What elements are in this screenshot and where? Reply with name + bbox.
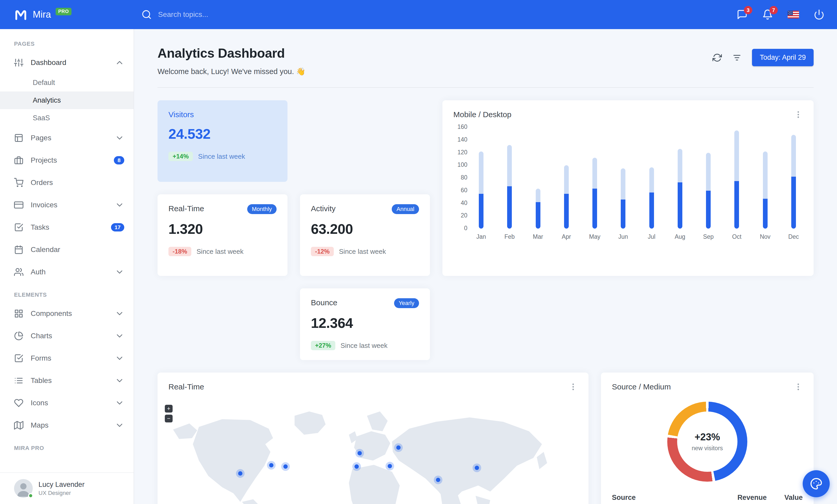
x-tick-label: Feb bbox=[504, 233, 515, 240]
map-marker-2[interactable] bbox=[267, 461, 275, 469]
map-marker-9[interactable] bbox=[473, 464, 481, 472]
sidebar-item-charts[interactable]: Charts bbox=[0, 325, 133, 347]
messages-button[interactable]: 3 bbox=[737, 9, 748, 20]
sign-out-button[interactable] bbox=[814, 9, 824, 20]
x-tick-label: Jul bbox=[648, 233, 655, 240]
stat-delta-badge: -18% bbox=[168, 247, 191, 256]
filter-button[interactable] bbox=[732, 53, 742, 62]
stat-note: Since last week bbox=[197, 247, 244, 256]
sidebar-item-maps[interactable]: Maps bbox=[0, 414, 133, 436]
sidebar-subitem-analytics[interactable]: Analytics bbox=[0, 91, 133, 109]
bar-feb: Feb bbox=[507, 145, 512, 229]
y-tick-label: 0 bbox=[464, 225, 467, 232]
theme-settings-fab[interactable] bbox=[803, 470, 830, 497]
donut-chart: +23% new visitors bbox=[667, 402, 747, 482]
refresh-button[interactable] bbox=[712, 53, 722, 62]
bar-jan: Jan bbox=[479, 151, 483, 229]
world-map-container: + − bbox=[158, 393, 588, 504]
bar-chart-y-axis: 020406080100120140160 bbox=[454, 127, 467, 229]
chevron-down-icon bbox=[115, 331, 124, 341]
sidebar-item-auth[interactable]: Auth bbox=[0, 261, 133, 283]
sidebar-item-label: Maps bbox=[31, 421, 48, 429]
sidebar-item-projects[interactable]: Projects8 bbox=[0, 149, 133, 171]
sidebar-subitem-saas[interactable]: SaaS bbox=[0, 109, 133, 127]
brand-name: Mira bbox=[33, 8, 51, 21]
map-marker-8[interactable] bbox=[434, 476, 442, 484]
power-icon bbox=[814, 9, 824, 20]
x-tick-label: Oct bbox=[732, 233, 742, 240]
sidebar-item-components[interactable]: Components bbox=[0, 302, 133, 325]
us-flag-icon bbox=[788, 11, 799, 18]
zoom-out-button[interactable]: − bbox=[165, 415, 173, 423]
column-header-source: Source bbox=[612, 489, 709, 504]
sidebar-section-label-pages: PAGES bbox=[0, 32, 133, 52]
sidebar-nav: PAGESDashboardDefaultAnalyticsSaaSPagesP… bbox=[0, 32, 133, 456]
main-content: Analytics Dashboard Welcome back, Lucy! … bbox=[134, 29, 837, 504]
map-marker-6[interactable] bbox=[386, 462, 394, 470]
online-status-dot bbox=[28, 493, 33, 498]
sidebar-item-forms[interactable]: Forms bbox=[0, 347, 133, 369]
sidebar-item-label: Forms bbox=[31, 354, 51, 362]
map-marker-5[interactable] bbox=[355, 449, 364, 458]
calendar-icon bbox=[14, 245, 23, 254]
map-marker-3[interactable] bbox=[281, 462, 290, 471]
layout-icon bbox=[14, 133, 23, 143]
filter-icon bbox=[732, 53, 742, 62]
sidebar-item-orders[interactable]: Orders bbox=[0, 171, 133, 194]
stat-card-real-time: Real-TimeMonthly1.320-18%Since last week bbox=[158, 194, 287, 276]
sidebar-item-tables[interactable]: Tables bbox=[0, 369, 133, 392]
list-icon bbox=[14, 376, 23, 385]
map-marker-7[interactable] bbox=[394, 443, 403, 452]
column-header-revenue: Revenue bbox=[709, 489, 767, 504]
y-tick-label: 80 bbox=[461, 174, 467, 181]
map-marker-1[interactable] bbox=[236, 469, 245, 478]
user-role: UX Designer bbox=[38, 490, 85, 497]
pie-chart-icon bbox=[14, 331, 23, 341]
sidebar-count-badge: 8 bbox=[114, 156, 124, 165]
x-tick-label: Sep bbox=[703, 233, 714, 240]
language-flag-button[interactable] bbox=[788, 11, 799, 18]
bar-sep: Sep bbox=[706, 153, 711, 229]
sidebar-item-label: Tasks bbox=[31, 223, 49, 231]
credit-card-icon bbox=[14, 200, 23, 210]
search-input[interactable] bbox=[158, 11, 283, 19]
date-range-button[interactable]: Today: April 29 bbox=[752, 49, 814, 66]
x-tick-label: Mar bbox=[533, 233, 543, 240]
source-medium-card: Source / Medium +23% new visitors bbox=[601, 373, 814, 504]
shopping-cart-icon bbox=[14, 178, 23, 187]
briefcase-icon bbox=[14, 156, 23, 165]
notifications-count-badge: 7 bbox=[769, 6, 778, 14]
sidebar-item-label: Auth bbox=[31, 268, 46, 276]
y-tick-label: 60 bbox=[461, 187, 467, 194]
x-tick-label: May bbox=[589, 233, 600, 240]
donut-center-value: +23% bbox=[695, 431, 720, 443]
brand[interactable]: Mira PRO bbox=[14, 8, 134, 21]
messages-count-badge: 3 bbox=[744, 6, 752, 14]
sidebar-item-label: Icons bbox=[31, 399, 48, 407]
sidebar-item-label: Tables bbox=[31, 376, 52, 385]
stat-period-badge: Monthly bbox=[247, 204, 277, 214]
y-tick-label: 20 bbox=[461, 212, 467, 219]
map-marker-4[interactable] bbox=[352, 462, 361, 471]
y-tick-label: 160 bbox=[458, 124, 467, 130]
more-vertical-icon bbox=[569, 382, 577, 391]
card-menu-button[interactable] bbox=[569, 382, 577, 391]
card-menu-button[interactable] bbox=[794, 382, 803, 391]
sidebar-item-label: Charts bbox=[31, 332, 52, 340]
bar-jul: Jul bbox=[649, 167, 654, 229]
card-menu-button[interactable] bbox=[794, 110, 803, 119]
map-zoom-controls: + − bbox=[165, 405, 173, 423]
sidebar-user[interactable]: Lucy Lavender UX Designer bbox=[0, 472, 133, 504]
sidebar-subitem-default[interactable]: Default bbox=[0, 74, 133, 91]
stat-period-badge: Yearly bbox=[394, 298, 419, 308]
notifications-button[interactable]: 7 bbox=[762, 9, 773, 20]
zoom-in-button[interactable]: + bbox=[165, 405, 173, 413]
brand-pro-badge: PRO bbox=[56, 8, 71, 15]
sidebar-item-tasks[interactable]: Tasks17 bbox=[0, 216, 133, 239]
sidebar-item-invoices[interactable]: Invoices bbox=[0, 194, 133, 216]
sidebar-item-calendar[interactable]: Calendar bbox=[0, 239, 133, 261]
sidebar-item-icons[interactable]: Icons bbox=[0, 392, 133, 414]
sidebar-item-dashboard[interactable]: Dashboard bbox=[0, 52, 133, 74]
mira-logo-icon bbox=[14, 8, 28, 21]
sidebar-item-pages[interactable]: Pages bbox=[0, 127, 133, 149]
